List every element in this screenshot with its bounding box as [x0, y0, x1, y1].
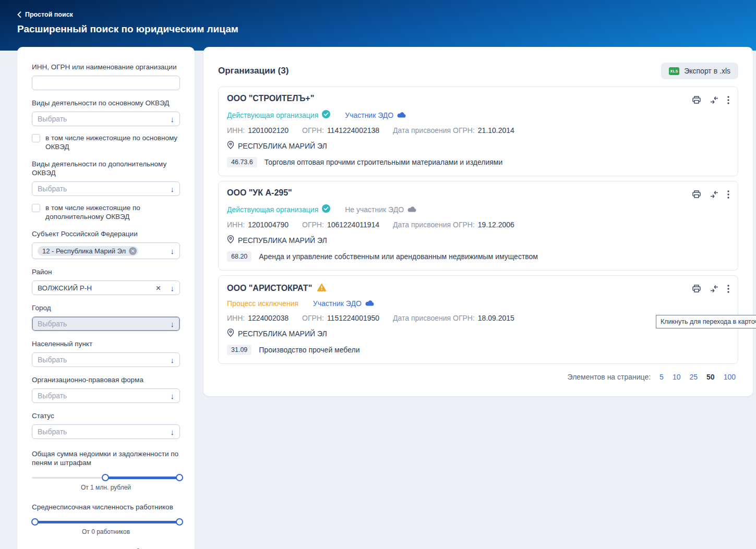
- ogrn-value: 1151224001950: [327, 314, 379, 322]
- chevron-down-icon: ↓: [171, 247, 175, 255]
- city-select[interactable]: Выбрать ↓: [32, 316, 180, 331]
- chevron-down-icon: ↓: [171, 284, 175, 292]
- app-root: Простой поиск Расширенный поиск по юриди…: [0, 0, 756, 549]
- inn-label: ИНН:: [227, 221, 245, 229]
- city-label: Город: [32, 303, 180, 312]
- inn-value: 1224002038: [248, 314, 289, 322]
- slider-handle-min[interactable]: [31, 518, 39, 526]
- settlement-select[interactable]: Выбрать ↓: [32, 352, 180, 367]
- ogrn-date-value: 21.10.2014: [478, 126, 514, 135]
- organization-card: ООО "УК А-295" Действующая организа: [218, 181, 738, 271]
- compare-icon[interactable]: [710, 285, 719, 293]
- okved-main-placeholder: Выбрать: [38, 115, 166, 123]
- status-label: Статус: [32, 411, 180, 420]
- compare-icon[interactable]: [710, 190, 719, 199]
- subject-select[interactable]: 12 - Республика Марий Эл ✕ ↓: [32, 242, 180, 259]
- chevron-down-icon: ↓: [171, 185, 175, 193]
- kebab-menu-icon[interactable]: [727, 190, 729, 199]
- page-size-option-10[interactable]: 10: [673, 373, 681, 381]
- okved-add-placeholder: Выбрать: [38, 185, 166, 193]
- page-size-option-5[interactable]: 5: [659, 373, 664, 381]
- okved-description: Производство прочей мебели: [259, 346, 359, 354]
- organization-name: ООО "СТРОИТЕЛЪ+": [227, 94, 314, 103]
- check-circle-icon: [322, 110, 330, 120]
- okved-code-badge: 68.20: [227, 251, 251, 262]
- debt-slider-label: Общая сумма недоимки и задолженности по …: [32, 449, 180, 467]
- page-size-option-100[interactable]: 100: [724, 373, 736, 381]
- legal-form-placeholder: Выбрать: [38, 392, 166, 400]
- district-value: ВОЛЖСКИЙ Р-Н: [38, 284, 156, 292]
- organization-name-link[interactable]: ООО "СТРОИТЕЛЪ+": [227, 94, 314, 103]
- slider-handle-max[interactable]: [176, 518, 183, 526]
- chevron-down-icon: ↓: [171, 392, 175, 400]
- okved-main-sub-checkbox[interactable]: [32, 134, 40, 142]
- name-search-input[interactable]: [32, 76, 180, 90]
- legal-form-select[interactable]: Выбрать ↓: [32, 388, 180, 403]
- okved-add-label: Виды деятельности по дополнительному ОКВ…: [32, 160, 180, 177]
- status-select[interactable]: Выбрать ↓: [32, 424, 180, 439]
- employees-slider-label: Среднесписочная численность работников: [32, 503, 180, 511]
- export-xls-button[interactable]: XLS Экспорт в .xls: [661, 63, 738, 79]
- okved-code-badge: 46.73.6: [227, 157, 257, 167]
- okved-code-badge: 31.09: [227, 345, 251, 355]
- kebab-menu-icon[interactable]: [727, 285, 729, 293]
- okved-main-label: Виды деятельности по основному ОКВЭД: [32, 99, 180, 107]
- subject-chip-label: 12 - Республика Марий Эл: [42, 247, 126, 255]
- slider-handle-min[interactable]: [102, 474, 109, 481]
- inn-value: 1201002120: [248, 126, 289, 135]
- kebab-menu-icon[interactable]: [727, 96, 729, 104]
- print-icon[interactable]: [692, 95, 701, 104]
- print-icon[interactable]: [692, 190, 701, 199]
- xls-file-icon: XLS: [669, 67, 679, 75]
- ogrn-date-label: Дата присвоения ОГРН:: [393, 314, 475, 322]
- results-title: Организации (3): [218, 66, 289, 76]
- ogrn-value: 1061224011914: [327, 221, 379, 229]
- chevron-down-icon: ↓: [171, 428, 175, 436]
- edo-status[interactable]: Не участник ЭДО: [345, 205, 416, 214]
- edo-label: Не участник ЭДО: [345, 205, 404, 214]
- okved-add-select[interactable]: Выбрать ↓: [32, 181, 180, 196]
- edo-label: Участник ЭДО: [345, 111, 393, 119]
- edo-status[interactable]: Участник ЭДО: [345, 111, 406, 119]
- organization-name: ООО "УК А-295": [227, 188, 292, 198]
- organization-name-link[interactable]: ООО "АРИСТОКРАТ": [227, 283, 327, 294]
- clear-icon[interactable]: ×: [156, 284, 161, 292]
- district-select[interactable]: ВОЛЖСКИЙ Р-Н × ↓: [32, 280, 180, 295]
- settlement-label: Населенный пункт: [32, 339, 180, 348]
- chevron-down-icon: ↓: [171, 356, 175, 364]
- compare-icon[interactable]: [710, 96, 719, 104]
- ogrn-date-label: Дата присвоения ОГРН:: [393, 126, 475, 135]
- organization-status[interactable]: Действующая организация: [227, 110, 330, 120]
- location-pin-icon: [227, 235, 234, 245]
- settlement-placeholder: Выбрать: [38, 356, 166, 364]
- print-icon[interactable]: [692, 284, 701, 293]
- inn-label: ИНН:: [227, 126, 245, 135]
- ogrn-label: ОГРН:: [302, 314, 324, 322]
- slider-fill: [106, 477, 180, 479]
- export-button-label: Экспорт в .xls: [684, 67, 730, 75]
- organization-name-link[interactable]: ООО "УК А-295": [227, 188, 292, 198]
- region-value: РЕСПУБЛИКА МАРИЙ ЭЛ: [238, 236, 327, 245]
- name-field-label: ИНН, ОГРН или наименование организации: [32, 63, 180, 71]
- inn-value: 1201004790: [248, 221, 289, 229]
- okved-add-sub-checkbox[interactable]: [32, 204, 40, 212]
- organization-status[interactable]: Действующая организация: [227, 204, 330, 214]
- chevron-left-icon: [17, 11, 21, 18]
- page-size-option-50[interactable]: 50: [706, 373, 715, 381]
- edo-status[interactable]: Участник ЭДО: [313, 299, 374, 308]
- edo-label: Участник ЭДО: [313, 299, 362, 308]
- organization-name: ООО "АРИСТОКРАТ": [227, 284, 312, 293]
- page-header: Простой поиск Расширенный поиск по юриди…: [0, 0, 756, 51]
- cloud-icon: [365, 299, 374, 308]
- okved-main-select[interactable]: Выбрать ↓: [32, 112, 180, 126]
- debt-range-slider[interactable]: [32, 473, 180, 482]
- page-size-option-25[interactable]: 25: [689, 373, 698, 381]
- back-to-simple-search-link[interactable]: Простой поиск: [17, 11, 73, 18]
- organization-status[interactable]: Процесс исключения: [227, 299, 298, 308]
- taxes-slider-label: Уплаченная сумма налоговых сборов и стра…: [32, 547, 180, 549]
- results-panel: Организации (3) XLS Экспорт в .xls ООО "…: [203, 47, 753, 396]
- subject-chip-remove-icon[interactable]: ✕: [129, 247, 137, 255]
- employees-range-slider[interactable]: [32, 518, 180, 526]
- slider-handle-max[interactable]: [176, 474, 183, 481]
- chevron-down-icon: ↓: [171, 115, 175, 123]
